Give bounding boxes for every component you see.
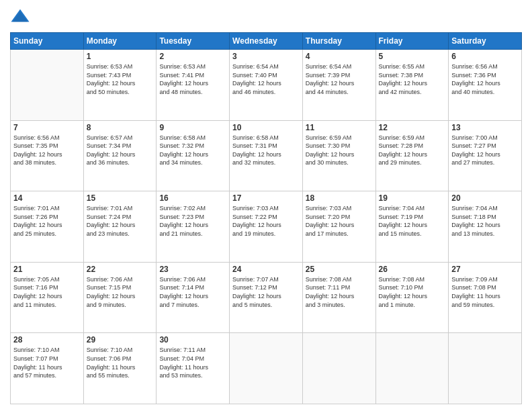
calendar-table: SundayMondayTuesdayWednesdayThursdayFrid… bbox=[10, 32, 522, 404]
day-info: Sunrise: 7:09 AM Sunset: 7:08 PM Dayligh… bbox=[451, 275, 519, 309]
calendar-week-row: 28Sunrise: 7:10 AM Sunset: 7:07 PM Dayli… bbox=[11, 333, 522, 404]
day-info: Sunrise: 7:03 AM Sunset: 7:20 PM Dayligh… bbox=[306, 204, 373, 238]
day-number: 4 bbox=[306, 52, 373, 61]
day-info: Sunrise: 7:06 AM Sunset: 7:14 PM Dayligh… bbox=[159, 275, 226, 309]
calendar-cell: 14Sunrise: 7:01 AM Sunset: 7:26 PM Dayli… bbox=[11, 191, 84, 263]
calendar-cell bbox=[449, 333, 522, 404]
calendar-cell: 7Sunrise: 6:56 AM Sunset: 7:35 PM Daylig… bbox=[11, 120, 84, 191]
calendar-cell: 9Sunrise: 6:58 AM Sunset: 7:32 PM Daylig… bbox=[157, 120, 230, 191]
day-info: Sunrise: 6:58 AM Sunset: 7:31 PM Dayligh… bbox=[232, 134, 300, 167]
day-info: Sunrise: 6:53 AM Sunset: 7:41 PM Dayligh… bbox=[159, 62, 226, 96]
weekday-header-row: SundayMondayTuesdayWednesdayThursdayFrid… bbox=[11, 33, 522, 50]
day-info: Sunrise: 7:10 AM Sunset: 7:06 PM Dayligh… bbox=[87, 346, 154, 379]
day-number: 23 bbox=[159, 265, 226, 274]
calendar-cell: 16Sunrise: 7:02 AM Sunset: 7:23 PM Dayli… bbox=[157, 191, 230, 263]
day-number: 18 bbox=[306, 193, 373, 203]
day-info: Sunrise: 7:04 AM Sunset: 7:18 PM Dayligh… bbox=[451, 204, 519, 238]
day-info: Sunrise: 7:02 AM Sunset: 7:23 PM Dayligh… bbox=[159, 204, 226, 238]
weekday-header-thursday: Thursday bbox=[302, 33, 375, 50]
day-info: Sunrise: 6:57 AM Sunset: 7:34 PM Dayligh… bbox=[87, 134, 154, 167]
day-number: 25 bbox=[306, 265, 373, 274]
day-number: 2 bbox=[159, 52, 226, 61]
day-number: 16 bbox=[159, 193, 226, 203]
weekday-header-monday: Monday bbox=[83, 33, 157, 50]
day-number: 11 bbox=[306, 123, 373, 132]
calendar-cell bbox=[302, 333, 375, 404]
day-number: 26 bbox=[379, 265, 446, 274]
calendar-cell: 12Sunrise: 6:59 AM Sunset: 7:28 PM Dayli… bbox=[375, 120, 449, 191]
page: SundayMondayTuesdayWednesdayThursdayFrid… bbox=[0, 0, 532, 411]
calendar-cell: 22Sunrise: 7:06 AM Sunset: 7:15 PM Dayli… bbox=[83, 262, 157, 333]
calendar-cell: 30Sunrise: 7:11 AM Sunset: 7:04 PM Dayli… bbox=[157, 333, 230, 404]
day-number: 8 bbox=[87, 123, 154, 132]
day-info: Sunrise: 6:59 AM Sunset: 7:28 PM Dayligh… bbox=[379, 134, 446, 167]
day-number: 12 bbox=[379, 123, 446, 132]
calendar-cell: 1Sunrise: 6:53 AM Sunset: 7:43 PM Daylig… bbox=[83, 50, 157, 121]
day-info: Sunrise: 7:10 AM Sunset: 7:07 PM Dayligh… bbox=[13, 346, 81, 379]
calendar-cell: 23Sunrise: 7:06 AM Sunset: 7:14 PM Dayli… bbox=[157, 262, 230, 333]
day-info: Sunrise: 6:56 AM Sunset: 7:35 PM Dayligh… bbox=[13, 134, 81, 167]
day-number: 30 bbox=[159, 335, 226, 345]
calendar-cell: 18Sunrise: 7:03 AM Sunset: 7:20 PM Dayli… bbox=[302, 191, 375, 263]
weekday-header-friday: Friday bbox=[375, 33, 449, 50]
calendar-cell: 6Sunrise: 6:56 AM Sunset: 7:36 PM Daylig… bbox=[449, 50, 522, 121]
calendar-cell: 20Sunrise: 7:04 AM Sunset: 7:18 PM Dayli… bbox=[449, 191, 522, 263]
day-info: Sunrise: 6:58 AM Sunset: 7:32 PM Dayligh… bbox=[159, 134, 226, 167]
day-info: Sunrise: 6:56 AM Sunset: 7:36 PM Dayligh… bbox=[451, 62, 519, 96]
calendar-cell: 27Sunrise: 7:09 AM Sunset: 7:08 PM Dayli… bbox=[449, 262, 522, 333]
calendar-cell: 28Sunrise: 7:10 AM Sunset: 7:07 PM Dayli… bbox=[11, 333, 84, 404]
day-number: 9 bbox=[159, 123, 226, 132]
day-info: Sunrise: 7:03 AM Sunset: 7:22 PM Dayligh… bbox=[232, 204, 300, 238]
day-info: Sunrise: 7:11 AM Sunset: 7:04 PM Dayligh… bbox=[159, 346, 226, 379]
day-number: 20 bbox=[451, 193, 519, 203]
calendar-cell: 5Sunrise: 6:55 AM Sunset: 7:38 PM Daylig… bbox=[375, 50, 449, 121]
calendar-cell bbox=[230, 333, 303, 404]
day-number: 24 bbox=[232, 265, 300, 274]
day-info: Sunrise: 6:54 AM Sunset: 7:40 PM Dayligh… bbox=[232, 62, 300, 96]
day-info: Sunrise: 6:59 AM Sunset: 7:30 PM Dayligh… bbox=[306, 134, 373, 167]
weekday-header-saturday: Saturday bbox=[449, 33, 522, 50]
calendar-cell: 3Sunrise: 6:54 AM Sunset: 7:40 PM Daylig… bbox=[230, 50, 303, 121]
day-info: Sunrise: 7:04 AM Sunset: 7:19 PM Dayligh… bbox=[379, 204, 446, 238]
calendar-cell: 2Sunrise: 6:53 AM Sunset: 7:41 PM Daylig… bbox=[157, 50, 230, 121]
day-info: Sunrise: 6:53 AM Sunset: 7:43 PM Dayligh… bbox=[87, 62, 154, 96]
calendar-week-row: 1Sunrise: 6:53 AM Sunset: 7:43 PM Daylig… bbox=[11, 50, 522, 121]
day-info: Sunrise: 6:54 AM Sunset: 7:39 PM Dayligh… bbox=[306, 62, 373, 96]
day-number: 1 bbox=[87, 52, 154, 61]
day-info: Sunrise: 7:07 AM Sunset: 7:12 PM Dayligh… bbox=[232, 275, 300, 309]
calendar-cell: 26Sunrise: 7:08 AM Sunset: 7:10 PM Dayli… bbox=[375, 262, 449, 333]
calendar-week-row: 21Sunrise: 7:05 AM Sunset: 7:16 PM Dayli… bbox=[11, 262, 522, 333]
calendar-cell: 21Sunrise: 7:05 AM Sunset: 7:16 PM Dayli… bbox=[11, 262, 84, 333]
day-number: 6 bbox=[451, 52, 519, 61]
day-info: Sunrise: 7:08 AM Sunset: 7:11 PM Dayligh… bbox=[306, 275, 373, 309]
day-info: Sunrise: 7:08 AM Sunset: 7:10 PM Dayligh… bbox=[379, 275, 446, 309]
calendar-cell: 10Sunrise: 6:58 AM Sunset: 7:31 PM Dayli… bbox=[230, 120, 303, 191]
weekday-header-sunday: Sunday bbox=[11, 33, 84, 50]
calendar-cell: 4Sunrise: 6:54 AM Sunset: 7:39 PM Daylig… bbox=[302, 50, 375, 121]
calendar-cell: 15Sunrise: 7:01 AM Sunset: 7:24 PM Dayli… bbox=[83, 191, 157, 263]
weekday-header-tuesday: Tuesday bbox=[157, 33, 230, 50]
day-info: Sunrise: 7:00 AM Sunset: 7:27 PM Dayligh… bbox=[451, 134, 519, 167]
calendar-cell: 29Sunrise: 7:10 AM Sunset: 7:06 PM Dayli… bbox=[83, 333, 157, 404]
calendar-cell: 13Sunrise: 7:00 AM Sunset: 7:27 PM Dayli… bbox=[449, 120, 522, 191]
day-info: Sunrise: 7:01 AM Sunset: 7:24 PM Dayligh… bbox=[87, 204, 154, 238]
day-number: 21 bbox=[13, 265, 81, 274]
calendar-cell: 25Sunrise: 7:08 AM Sunset: 7:11 PM Dayli… bbox=[302, 262, 375, 333]
calendar-week-row: 14Sunrise: 7:01 AM Sunset: 7:26 PM Dayli… bbox=[11, 191, 522, 263]
calendar-cell: 11Sunrise: 6:59 AM Sunset: 7:30 PM Dayli… bbox=[302, 120, 375, 191]
day-number: 17 bbox=[232, 193, 300, 203]
day-info: Sunrise: 7:05 AM Sunset: 7:16 PM Dayligh… bbox=[13, 275, 81, 309]
day-info: Sunrise: 7:06 AM Sunset: 7:15 PM Dayligh… bbox=[87, 275, 154, 309]
day-number: 29 bbox=[87, 335, 154, 345]
day-info: Sunrise: 7:01 AM Sunset: 7:26 PM Dayligh… bbox=[13, 204, 81, 238]
weekday-header-wednesday: Wednesday bbox=[230, 33, 303, 50]
day-number: 19 bbox=[379, 193, 446, 203]
calendar-cell bbox=[11, 50, 84, 121]
calendar-cell bbox=[375, 333, 449, 404]
header bbox=[10, 7, 522, 27]
day-number: 15 bbox=[87, 193, 154, 203]
calendar-cell: 8Sunrise: 6:57 AM Sunset: 7:34 PM Daylig… bbox=[83, 120, 157, 191]
day-number: 10 bbox=[232, 123, 300, 132]
calendar-cell: 17Sunrise: 7:03 AM Sunset: 7:22 PM Dayli… bbox=[230, 191, 303, 263]
day-number: 5 bbox=[379, 52, 446, 61]
